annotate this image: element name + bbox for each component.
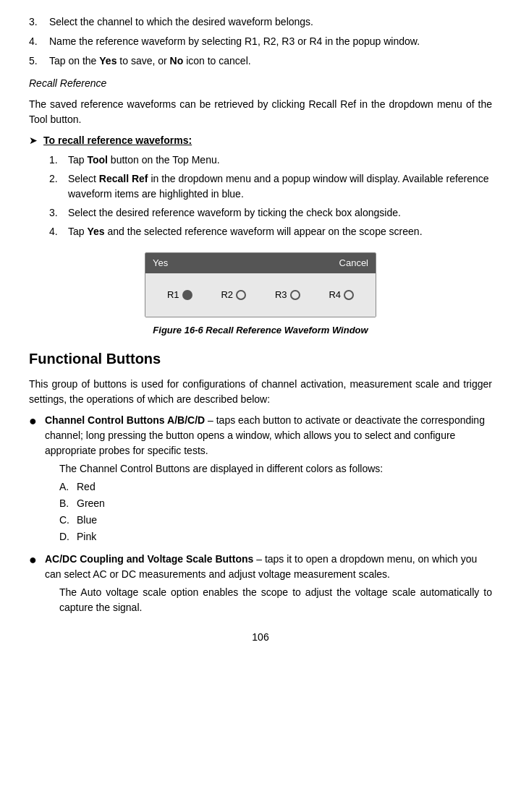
list-content-5: Tap on the Yes to save, or No icon to ca… [49,54,492,69]
color-red: A. Red [59,479,492,495]
recall-step-num-3: 3. [49,205,68,221]
r1-dot [182,290,192,300]
figure-yes-label: Yes [153,256,168,270]
bullet-acdc: ● AC/DC Coupling and Voltage Scale Butto… [29,552,492,618]
color-green-text: Green [77,496,105,511]
ref-r3: R3 [275,288,300,302]
recall-step-num-2: 2. [49,171,68,202]
bullet-acdc-content: AC/DC Coupling and Voltage Scale Buttons… [45,552,492,618]
recall-step-content-2: Select Recall Ref in the dropdown menu a… [68,171,492,202]
bullet-channel-content: Channel Control Buttons A/B/C/D – taps e… [45,413,492,546]
no-bold: No [170,55,184,67]
figure-header: Yes Cancel [145,253,376,273]
r1-label: R1 [167,288,179,302]
recall-step-num-4: 4. [49,224,68,239]
color-pink: D. Pink [59,529,492,544]
channel-control-text: Channel Control Buttons A/B/C/D – taps e… [45,414,485,456]
channel-control-bold: Channel Control Buttons A/B/C/D [45,414,205,426]
channel-colors-intro: The Channel Control Buttons are displaye… [59,461,492,476]
figure-body: R1 R2 R3 R4 [145,273,376,317]
alpha-b: B. [59,496,77,511]
functional-buttons-section: Functional Buttons This group of buttons… [29,348,492,618]
recall-step-num-1: 1. [49,153,68,168]
auto-voltage-text: The Auto voltage scale option enables th… [59,585,492,615]
arrow-icon: ➤ [29,133,43,148]
list-num-4: 4. [29,34,49,49]
r3-label: R3 [275,288,287,302]
color-pink-text: Pink [77,529,96,544]
functional-bullets-list: ● Channel Control Buttons A/B/C/D – taps… [29,413,492,618]
recall-reference-title: Recall Reference [29,76,492,91]
ref-r4: R4 [329,288,354,302]
bullet-dot-2: ● [29,552,45,568]
alpha-d: D. [59,529,77,544]
r3-dot [290,290,300,300]
yes-bold-2: Yes [87,226,104,237]
recall-reference-body: The saved reference waveforms can be ret… [29,97,492,127]
acdc-text: AC/DC Coupling and Voltage Scale Buttons… [45,553,477,580]
alpha-a: A. [59,479,77,495]
recall-steps-list: 1. Tap Tool button on the Top Menu. 2. S… [49,153,492,239]
list-content-4: Name the reference waveform by selecting… [49,34,492,49]
r2-label: R2 [221,288,233,302]
top-numbered-list: 3. Select the channel to which the desir… [29,14,492,69]
color-green: B. Green [59,496,492,511]
functional-buttons-title: Functional Buttons [29,348,492,369]
page-number: 106 [29,630,492,645]
list-num-5: 5. [29,54,49,69]
list-item-4: 4. Name the reference waveform by select… [29,34,492,49]
figure-caption: Figure 16-6 Recall Reference Waveform Wi… [153,323,368,338]
recall-heading-text: To recall reference waveforms: [43,133,192,148]
r4-label: R4 [329,288,341,302]
bullet-dot-1: ● [29,413,45,429]
alpha-c: C. [59,513,77,528]
recall-reference-section: Recall Reference The saved reference wav… [29,76,492,338]
recall-bullet-heading: ➤ To recall reference waveforms: [29,133,492,148]
functional-buttons-body: This group of buttons is used for config… [29,377,492,407]
recall-step-content-3: Select the desired reference waveform by… [68,205,401,221]
color-blue: C. Blue [59,513,492,528]
ref-r1: R1 [167,288,192,302]
recall-step-1: 1. Tap Tool button on the Top Menu. [49,153,492,168]
r2-dot [236,290,246,300]
yes-bold: Yes [99,55,117,67]
ref-r2: R2 [221,288,246,302]
color-blue-text: Blue [77,513,97,528]
bullet-channel-control: ● Channel Control Buttons A/B/C/D – taps… [29,413,492,546]
r4-dot [344,290,354,300]
list-num-3: 3. [29,14,49,30]
figure-image: Yes Cancel R1 R2 R3 R4 [145,252,376,317]
list-item-5: 5. Tap on the Yes to save, or No icon to… [29,54,492,69]
alpha-colors-list: A. Red B. Green C. Blue D. Pink [59,479,492,544]
color-red-text: Red [77,479,96,495]
figure-container: Yes Cancel R1 R2 R3 R4 [29,252,492,338]
list-item-3: 3. Select the channel to which the desir… [29,14,492,30]
acdc-bold: AC/DC Coupling and Voltage Scale Buttons [45,553,253,565]
recall-step-4: 4. Tap Yes and the selected reference wa… [49,224,492,239]
recall-ref-bold: Recall Ref [99,173,148,184]
numbered-list: 3. Select the channel to which the desir… [29,14,492,69]
recall-step-3: 3. Select the desired reference waveform… [49,205,492,221]
tool-bold: Tool [87,154,108,166]
list-content-3: Select the channel to which the desired … [49,14,492,30]
figure-cancel-label: Cancel [339,256,368,270]
recall-step-content-1: Tap Tool button on the Top Menu. [68,153,220,168]
recall-step-content-4: Tap Yes and the selected reference wavef… [68,224,423,239]
recall-step-2: 2. Select Recall Ref in the dropdown men… [49,171,492,202]
